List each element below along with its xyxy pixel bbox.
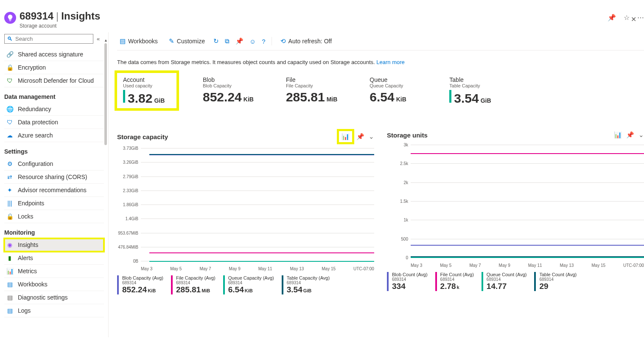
search-box[interactable]: 🔍︎: [4, 34, 93, 44]
sidebar-item-data-protection[interactable]: 🛡Data protection: [4, 116, 104, 129]
sidebar-item-advisor-recommendations[interactable]: ✦Advisor recommendations: [4, 184, 104, 197]
chart-view-icon[interactable]: 📊: [339, 131, 352, 142]
metric-tile-file[interactable]: File File Capacity 285.81 MiB: [280, 73, 343, 108]
sidebar-item-label: Endpoints: [18, 200, 44, 207]
chart-title: Storage capacity: [117, 133, 339, 140]
legend-name: Table Capacity (Avg): [287, 275, 330, 280]
y-tick-label: 953.67MiB: [117, 230, 138, 235]
legend-item[interactable]: Blob Capacity (Avg) 689314 852.24KiB: [117, 275, 163, 294]
chart-pin-icon[interactable]: 📌: [356, 133, 364, 140]
legend-item[interactable]: Queue Count (Avg) 689314 14.77: [482, 272, 527, 291]
resource-icon: [4, 12, 16, 24]
sidebar-item-configuration[interactable]: ⚙Configuration: [4, 157, 104, 171]
legend-value: 14.77: [487, 282, 527, 291]
nav-item-icon: ☁: [6, 132, 14, 139]
description: The data comes from Storage metrics. It …: [117, 59, 644, 65]
sidebar-item-endpoints[interactable]: |||Endpoints: [4, 197, 104, 210]
legend-item[interactable]: Queue Capacity (Avg) 689314 6.54KiB: [223, 275, 274, 294]
favorite-icon[interactable]: ☆: [624, 14, 630, 22]
sidebar-item-workbooks[interactable]: ▤Workbooks: [4, 278, 104, 291]
chart-series-line: [411, 153, 644, 154]
y-tick-label: 2.79GiB: [117, 174, 138, 179]
legend-item[interactable]: Table Count (Avg) 689314 29: [534, 272, 577, 291]
sidebar-item-logs[interactable]: ▤Logs: [4, 304, 104, 317]
pin-toolbar-icon[interactable]: 📌: [235, 37, 244, 45]
x-tick-label: May 3: [411, 263, 422, 268]
autorefresh-button[interactable]: ⟲Auto refresh: Off: [278, 36, 334, 47]
learn-more-link[interactable]: Learn more: [376, 59, 404, 65]
nav-item-icon: ⇄: [6, 174, 14, 180]
sidebar-item-redundancy[interactable]: 🌐Redundancy: [4, 103, 104, 116]
legend-item[interactable]: Table Capacity (Avg) 689314 3.54GiB: [282, 275, 330, 294]
legend-source: 689314: [440, 277, 474, 282]
close-icon[interactable]: ✕: [631, 15, 636, 23]
tile-unit: MiB: [327, 96, 338, 103]
chart-body[interactable]: 05001k1.5k2k2.5k3k May 3May 5May 7May 9M…: [387, 145, 644, 268]
chart-series-line: [149, 252, 374, 253]
feedback-icon[interactable]: ☺: [249, 38, 256, 45]
chevron-down-icon[interactable]: ⌄: [638, 131, 644, 139]
metric-tile-account[interactable]: Account Used capacity 3.82 GiB: [117, 73, 176, 108]
nav-item-icon: 🔒: [6, 64, 14, 71]
workbooks-button[interactable]: ▤Workbooks: [117, 36, 160, 47]
sidebar-item-azure-search[interactable]: ☁Azure search: [4, 129, 104, 142]
sidebar-item-microsoft-defender-for-cloud[interactable]: 🛡Microsoft Defender for Cloud: [4, 74, 104, 87]
sidebar-item-label: Insights: [18, 241, 38, 248]
chevron-down-icon[interactable]: ⌄: [369, 133, 374, 140]
resource-type: Storage account: [20, 23, 597, 29]
tile-subtitle: Table Capacity: [449, 83, 497, 88]
search-input[interactable]: [15, 36, 90, 42]
chart-view-icon[interactable]: 📊: [614, 131, 622, 139]
legend-value: 334: [392, 282, 428, 291]
sidebar-item-label: Resource sharing (CORS): [18, 174, 87, 180]
sidebar-item-locks[interactable]: 🔒Locks: [4, 210, 104, 223]
nav-item-icon: ⚙: [6, 160, 14, 167]
sidebar: 🔍︎ « ▲ 🔗Shared access signature🔒Encrypti…: [0, 32, 109, 337]
sidebar-item-metrics[interactable]: 📊Metrics: [4, 265, 104, 278]
sidebar-item-insights[interactable]: ◉Insights: [4, 238, 104, 252]
sidebar-item-resource-sharing-cors-[interactable]: ⇄Resource sharing (CORS): [4, 171, 104, 184]
metric-tile-blob[interactable]: Blob Blob Capacity 852.24 KiB: [197, 73, 260, 108]
chart-series-line: [411, 256, 644, 257]
tile-subtitle: File Capacity: [286, 83, 337, 88]
help-icon[interactable]: ?: [262, 38, 265, 45]
nav-item-icon: ▤: [6, 294, 14, 301]
chart-body[interactable]: 0B476.84MiB953.67MiB1.4GiB1.86GiB2.33GiB…: [117, 148, 374, 271]
sidebar-item-label: Workbooks: [18, 281, 48, 288]
sidebar-item-label: Encryption: [18, 64, 46, 71]
sidebar-item-encryption[interactable]: 🔒Encryption: [4, 61, 104, 74]
legend-source: 689314: [228, 280, 274, 285]
legend-item[interactable]: File Capacity (Avg) 689314 285.81MiB: [171, 275, 216, 294]
notify-icon[interactable]: ⧉: [225, 37, 230, 45]
timezone-label: UTC-07:00: [623, 263, 644, 268]
y-tick-label: 2k: [387, 180, 408, 185]
metric-tile-table[interactable]: Table Table Capacity 3.54 GiB: [443, 73, 503, 108]
sidebar-item-diagnostic-settings[interactable]: ▤Diagnostic settings: [4, 291, 104, 304]
legend-item[interactable]: Blob Count (Avg) 689314 334: [387, 272, 428, 291]
refresh-icon[interactable]: ↻: [213, 37, 219, 45]
chart-pin-icon[interactable]: 📌: [626, 131, 634, 139]
collapse-sidebar-icon[interactable]: «: [97, 36, 100, 42]
tile-unit: GiB: [154, 97, 165, 104]
sidebar-scrollbar[interactable]: [104, 43, 107, 145]
tile-unit: KiB: [396, 96, 406, 103]
sidebar-item-label: Shared access signature: [18, 51, 83, 58]
pin-icon[interactable]: 📌: [608, 14, 616, 22]
y-tick-label: 0: [387, 255, 408, 260]
nav-item-icon: ▮: [6, 255, 14, 261]
customize-button[interactable]: ✎Customize: [166, 36, 207, 47]
tile-bar: [123, 90, 125, 103]
sidebar-item-label: Advisor recommendations: [18, 187, 87, 193]
metric-tile-queue[interactable]: Queue Queue Capacity 6.54 KiB: [364, 73, 423, 108]
tile-value: 6.54: [370, 90, 394, 104]
legend-item[interactable]: File Count (Avg) 689314 2.78k: [435, 272, 474, 291]
sidebar-item-shared-access-signature[interactable]: 🔗Shared access signature: [4, 48, 104, 61]
scroll-up-arrow[interactable]: ▲: [104, 38, 108, 42]
legend-value: 285.81MiB: [176, 285, 216, 294]
search-icon: 🔍︎: [7, 36, 13, 42]
sidebar-item-alerts[interactable]: ▮Alerts: [4, 252, 104, 265]
tile-value: 3.54: [454, 91, 479, 106]
nav-item-icon: 🔒: [6, 213, 14, 220]
y-tick-label: 2.5k: [387, 161, 408, 166]
more-icon[interactable]: ⋯: [637, 14, 644, 22]
